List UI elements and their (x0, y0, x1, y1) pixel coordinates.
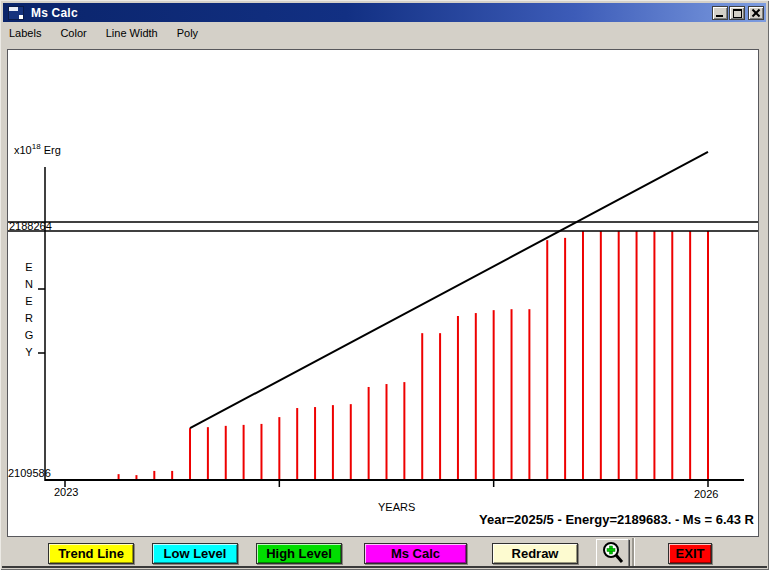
low-level-button[interactable]: Low Level (152, 543, 238, 564)
window-title: Ms Calc (31, 6, 78, 20)
exit-button[interactable]: EXIT (668, 543, 712, 564)
minimize-icon (716, 15, 723, 17)
menu-item-line-width[interactable]: Line Width (105, 25, 159, 41)
maximize-button[interactable] (729, 6, 745, 20)
trend-line-button[interactable]: Trend Line (48, 543, 134, 564)
window-bottom-edge (2, 566, 767, 568)
y-axis-title: ENERGY (23, 261, 35, 363)
x-axis-max-label: 2026 (694, 488, 718, 500)
app-icon (8, 6, 24, 20)
minimize-button[interactable] (712, 6, 728, 20)
app-window: Ms Calc Labels Color Line Width Poly x10… (0, 0, 769, 570)
chart-panel: x1018 Erg ENERGY 2188264 2109586 2023 20… (7, 49, 759, 537)
window-controls (712, 6, 764, 20)
close-button[interactable] (748, 6, 764, 20)
redraw-button[interactable]: Redraw (492, 543, 578, 564)
title-bar[interactable]: Ms Calc (3, 3, 766, 22)
ms-calc-button[interactable]: Ms Calc (364, 543, 467, 564)
menu-item-color[interactable]: Color (59, 25, 87, 41)
status-readout: Year=2025/5 - Energy=2189683. - Ms = 6.4… (479, 512, 754, 527)
y-axis-max-label: 2188264 (9, 220, 52, 232)
menu-bar: Labels Color Line Width Poly (3, 22, 766, 43)
zoom-button[interactable] (596, 539, 629, 567)
maximize-icon (733, 9, 742, 18)
high-level-button[interactable]: High Level (256, 543, 342, 564)
x-axis-min-label: 2023 (54, 486, 78, 498)
menu-item-poly[interactable]: Poly (176, 25, 199, 41)
menu-item-labels[interactable]: Labels (8, 25, 42, 41)
y-axis-unit-label: x1018 Erg (14, 142, 61, 156)
magnifier-plus-icon (601, 541, 625, 565)
toolbar-divider (632, 538, 634, 567)
x-axis-title: YEARS (378, 501, 415, 513)
y-axis-min-label: 2109586 (8, 467, 51, 479)
